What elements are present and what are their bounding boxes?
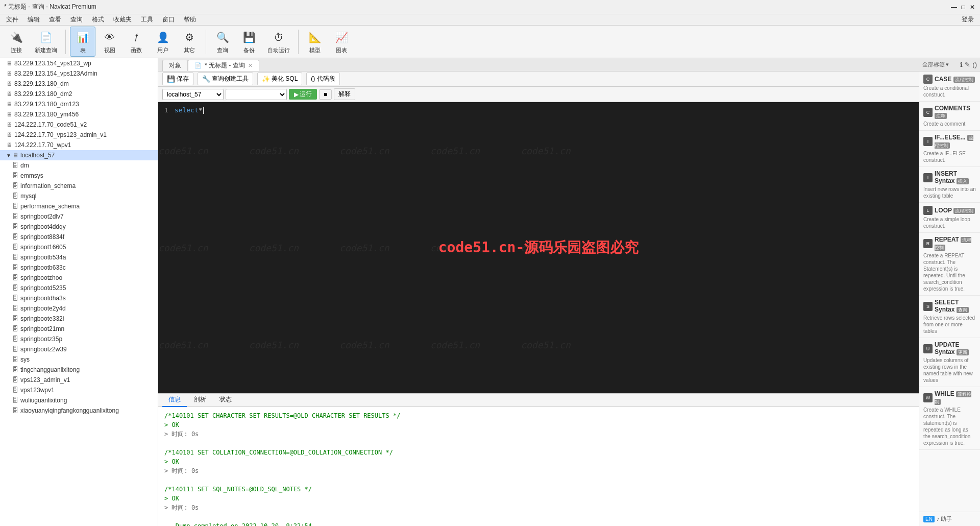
sidebar-item-springboot16605[interactable]: 🗄 springboot16605 xyxy=(0,242,158,252)
sidebar-item-sys[interactable]: 🗄 sys xyxy=(0,354,158,365)
toolbar-function[interactable]: ƒ 函数 xyxy=(124,27,149,56)
snippet-case[interactable]: C CASE 流程控制 Create a conditional constru… xyxy=(919,71,980,102)
menu-edit[interactable]: 编辑 xyxy=(23,14,44,25)
sidebar-item-springboote332i[interactable]: 🗄 springboote332i xyxy=(0,314,158,324)
results-tab-status[interactable]: 状态 xyxy=(213,393,238,407)
sidebar-item-springboot2dlv7[interactable]: 🗄 springboot2dlv7 xyxy=(0,211,158,222)
bracket-icon[interactable]: () xyxy=(972,61,977,68)
code-label: () 代码段 xyxy=(311,75,335,83)
sidebar-item-180-dm[interactable]: 🖥 83.229.123.180_dm xyxy=(0,79,158,89)
sidebar-item-180-ym456[interactable]: 🖥 83.229.123.180_ym456 xyxy=(0,109,158,119)
menu-login[interactable]: 登录 xyxy=(958,14,978,25)
toolbar-autorun[interactable]: ⏱ 自动运行 xyxy=(263,27,294,56)
database-select[interactable] xyxy=(226,89,287,100)
sidebar-item-springboot8834f[interactable]: 🗄 springboot8834f xyxy=(0,232,158,242)
snippet-loop[interactable]: L LOOP 流程控制 Create a simple loop constru… xyxy=(919,203,980,233)
snippet-if-else[interactable]: I IF...ELSE... 流程控制 Create a IF...ELSE c… xyxy=(919,131,980,167)
info-icon[interactable]: ℹ xyxy=(960,61,963,68)
snippet-select[interactable]: S SELECT Syntax 查询 Retrieve rows selecte… xyxy=(919,296,980,338)
sidebar-item-label: springboot4ddqy xyxy=(20,223,66,230)
snippet-if-else-header: I IF...ELSE... 流程控制 xyxy=(923,134,976,149)
sidebar-item-springboote2y4d[interactable]: 🗄 springboote2y4d xyxy=(0,303,158,314)
sidebar-item-springbootdha3s[interactable]: 🗄 springbootdha3s xyxy=(0,293,158,303)
sidebar-item-springboot21mn[interactable]: 🗄 springboot21mn xyxy=(0,324,158,334)
result-line-11: > 时间: 0s xyxy=(164,503,913,512)
sidebar-item-70-code51[interactable]: 🖥 124.222.17.70_code51_v2 xyxy=(0,119,158,130)
toolbar-other[interactable]: ⚙ 其它 xyxy=(177,27,202,56)
sidebar-item-springbootb633c[interactable]: 🗄 springbootb633c xyxy=(0,262,158,273)
connection-select[interactable]: localhost_57 xyxy=(162,89,224,100)
sidebar-item-information-schema[interactable]: 🗄 information_schema xyxy=(0,181,158,191)
sidebar-item-springboot4ddqy[interactable]: 🗄 springboot4ddqy xyxy=(0,222,158,232)
menu-view[interactable]: 查看 xyxy=(45,14,65,25)
toolbar-backup[interactable]: 💾 备份 xyxy=(237,27,261,56)
sidebar-item-vps123wpv1[interactable]: 🗄 vps123wpv1 xyxy=(0,385,158,395)
snippet-update-header: U UPDATE Syntax 更新 xyxy=(923,341,976,356)
sidebar-item-wuliuguanlixitong[interactable]: 🗄 wuliuguanlixitong xyxy=(0,395,158,405)
toolbar-query[interactable]: 🔍 查询 xyxy=(210,27,235,56)
sidebar-item-springbootb534a[interactable]: 🗄 springbootb534a xyxy=(0,252,158,262)
menu-favorites[interactable]: 收藏夹 xyxy=(109,14,136,25)
menu-format[interactable]: 格式 xyxy=(88,14,108,25)
sidebar-item-localhost-57[interactable]: ▼ 🖥 localhost_57 xyxy=(0,150,158,160)
sidebar-item-tingchangguanlixitong[interactable]: 🗄 tingchangguanlixitong xyxy=(0,365,158,375)
toolbar-chart[interactable]: 📈 图表 xyxy=(329,27,354,56)
sidebar-item-springbootzhoo[interactable]: 🗄 springbootzhoo xyxy=(0,273,158,283)
tab-object[interactable]: 对象 xyxy=(162,60,188,71)
snippet-update[interactable]: U UPDATE Syntax 更新 Updates columns of ex… xyxy=(919,338,980,387)
sql-editor[interactable]: code51.cncode51.cncode51.cncode51.cncode… xyxy=(158,102,919,393)
sidebar-item-springbootz35p[interactable]: 🗄 springbootz35p xyxy=(0,334,158,344)
menu-window[interactable]: 窗口 xyxy=(158,14,179,25)
database-icon: 🗄 xyxy=(12,295,18,302)
menu-tools[interactable]: 工具 xyxy=(137,14,157,25)
toolbar-view[interactable]: 👁 视图 xyxy=(97,27,122,56)
query-label: 查询 xyxy=(217,46,228,54)
result-line-8 xyxy=(164,475,913,485)
toolbar-table[interactable]: 📊 表 xyxy=(70,27,95,57)
sidebar-item-springbootd5235[interactable]: 🗄 springbootd5235 xyxy=(0,283,158,293)
sidebar-item-vps123-wp[interactable]: 🖥 83.229.123.154_vps123_wp xyxy=(0,58,158,68)
sidebar-item-70-vps123[interactable]: 🖥 124.222.17.70_vps123_admin_v1 xyxy=(0,130,158,140)
results-tab-profile[interactable]: 剖析 xyxy=(188,393,212,407)
sidebar-item-vps123-admin-v1[interactable]: 🗄 vps123_admin_v1 xyxy=(0,375,158,385)
sidebar-item-springbootz2w39[interactable]: 🗄 springbootz2w39 xyxy=(0,344,158,354)
query-builder-button[interactable]: 🔧 查询创建工具 xyxy=(198,73,253,85)
sidebar-item-label: springboot16605 xyxy=(20,244,66,251)
sidebar-item-180-dm123[interactable]: 🖥 83.229.123.180_dm123 xyxy=(0,99,158,109)
toolbar-model[interactable]: 📐 模型 xyxy=(303,27,327,56)
beautify-sql-button[interactable]: ✨ 美化 SQL xyxy=(257,73,302,85)
menu-help[interactable]: 帮助 xyxy=(180,14,200,25)
results-tab-info[interactable]: 信息 xyxy=(162,393,187,407)
sidebar-item-70-wpv1[interactable]: 🖥 124.222.17.70_wpv1 xyxy=(0,140,158,150)
sidebar-item-dm[interactable]: 🗄 dm xyxy=(0,160,158,171)
sidebar-item-performance-schema[interactable]: 🗄 performance_schema xyxy=(0,201,158,211)
sidebar-item-emmsys[interactable]: 🗄 emmsys xyxy=(0,171,158,181)
stop-button[interactable]: ■ xyxy=(319,89,332,100)
toolbar-new-query[interactable]: 📄 新建查询 xyxy=(31,27,61,56)
edit-icon[interactable]: ✎ xyxy=(965,61,970,68)
tab-close-button[interactable]: ✕ xyxy=(248,62,253,69)
sidebar-item-xiaoyuanyiqing[interactable]: 🗄 xiaoyuanyiqingfangkongguanlixitong xyxy=(0,405,158,416)
snippet-insert[interactable]: I INSERT Syntax 插入 Insert new rows into … xyxy=(919,167,980,203)
save-button[interactable]: 💾 保存 xyxy=(162,73,193,85)
sidebar-item-mysql[interactable]: 🗄 mysql xyxy=(0,191,158,201)
toolbar-connect[interactable]: 🔌 连接 xyxy=(4,27,29,56)
maximize-button[interactable]: □ xyxy=(960,4,967,11)
sidebar-item-180-dm2[interactable]: 🖥 83.229.123.180_dm2 xyxy=(0,89,158,99)
explain-button[interactable]: 解释 xyxy=(334,88,355,100)
minimize-button[interactable]: — xyxy=(950,4,958,11)
snippet-comments[interactable]: C COMMENTS 注释 Create a comment xyxy=(919,102,980,131)
sql-editor-container: localhost_57 ▶ 运行 ■ 解释 xyxy=(158,87,919,526)
sidebar-item-vps123admin[interactable]: 🖥 83.229.123.154_vps123Admin xyxy=(0,68,158,79)
new-query-label: 新建查询 xyxy=(35,46,57,54)
close-button[interactable]: ✕ xyxy=(969,4,976,11)
filter-dropdown[interactable]: 全部标签 ▾ xyxy=(922,61,949,68)
toolbar-user[interactable]: 👤 用户 xyxy=(151,27,175,56)
code-snippet-button[interactable]: () 代码段 xyxy=(306,73,339,85)
tab-query[interactable]: 📄 * 无标题 - 查询 ✕ xyxy=(188,60,259,71)
snippet-while[interactable]: W WHILE 流程控制 Create a WHILE construct. T… xyxy=(919,387,980,450)
snippet-repeat[interactable]: R REPEAT 流程控制 Create a REPEAT construct.… xyxy=(919,233,980,296)
run-button[interactable]: ▶ 运行 xyxy=(289,89,317,100)
menu-query[interactable]: 查询 xyxy=(66,14,87,25)
menu-file[interactable]: 文件 xyxy=(2,14,22,25)
